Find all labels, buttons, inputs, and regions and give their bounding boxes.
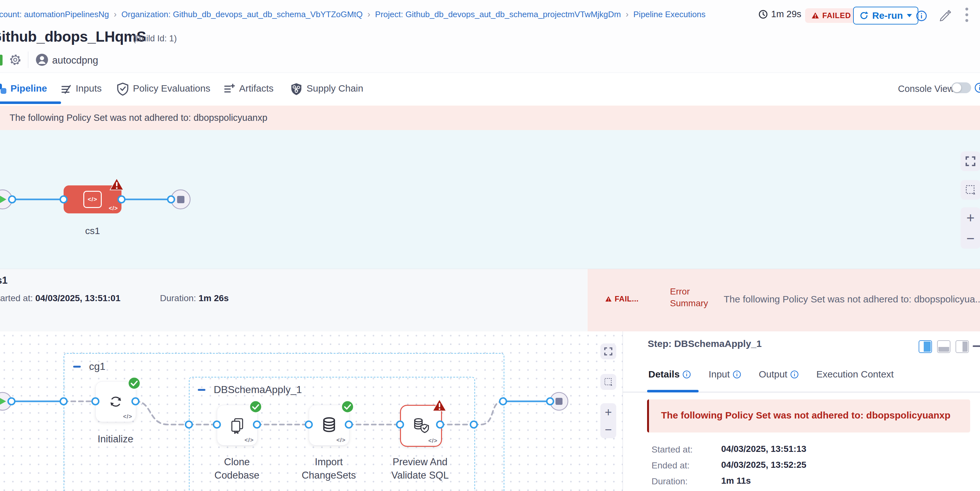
zoom-in-button[interactable]: + [966, 211, 975, 224]
panel-active-tab-underline [647, 390, 698, 392]
build-id: (Build Id: 1) [133, 34, 177, 44]
clock-icon [758, 10, 768, 19]
panel-tab-input[interactable]: Input [708, 369, 741, 380]
fullscreen-icon [965, 156, 976, 167]
panel-layout-float-button[interactable] [956, 340, 969, 353]
breadcrumb-account[interactable]: Account: automationPipelinesNg [0, 10, 109, 19]
rerun-label: Re-run [872, 10, 903, 21]
script-glyph: </> [245, 437, 254, 443]
breadcrumb-organization[interactable]: Organization: Github_db_devops_aut_db_sc… [121, 10, 363, 19]
script-glyph: </> [428, 438, 438, 444]
error-summary-label: Error Summary [670, 286, 708, 309]
status-badge: FAILED [805, 8, 857, 23]
elapsed-time-label: 1m 29s [771, 9, 801, 19]
step-panel-title: Step: DBSchemaApply_1 [648, 338, 762, 349]
stage-error-strip: FAIL... Error Summary The following Poli… [588, 269, 980, 332]
step-node-label: Initialize [84, 432, 147, 446]
fail-badge: FAIL... [605, 294, 639, 303]
tab-supply-chain[interactable]: Supply Chain [307, 83, 363, 94]
tabs-row: Pipeline Inputs Policy Evaluations Artif… [0, 73, 980, 106]
custom-stage-icon: </> [83, 191, 102, 208]
tab-artifacts[interactable]: Artifacts [239, 83, 274, 94]
duration-label: Duration: [160, 293, 196, 303]
zoom-controls: + − [600, 403, 616, 438]
panel-tab-execution-context[interactable]: Execution Context [816, 369, 894, 380]
policy-shield-check-icon [116, 83, 129, 96]
execution-info-icon[interactable] [916, 10, 927, 22]
panel-layout-bottom-button[interactable] [937, 340, 950, 353]
breadcrumb-project[interactable]: Project: Github_db_devops_aut_db_schema_… [375, 10, 621, 19]
step-node-import-changesets[interactable]: </> [309, 405, 350, 445]
rerun-button[interactable]: Re-run [853, 7, 918, 24]
pipeline-execution-page: Account: automationPipelinesNg › Organiz… [0, 0, 980, 491]
layout-right-fill [924, 342, 931, 352]
step-node-label: Preview And Validate SQL [383, 455, 457, 482]
step-node-label: Clone Codebase [207, 455, 267, 482]
tab-policy-evaluations[interactable]: Policy Evaluations [133, 83, 210, 94]
pipeline-tab-icon [0, 83, 8, 95]
layout-float-fill [963, 342, 967, 352]
stage-failed-badge-icon [110, 178, 124, 191]
rerun-refresh-icon [859, 11, 869, 20]
detail-row-duration: Duration: 1m 11s [652, 477, 963, 486]
step-graph-canvas: cg1 DBSchemaApply_1 </> Initialize </> C… [0, 331, 623, 491]
fullscreen-button[interactable] [600, 343, 616, 359]
marquee-select-icon [604, 377, 613, 386]
triggered-by-user: autocdpng [52, 55, 98, 66]
stage-graph-canvas: </> </> cs1 + − [0, 130, 980, 269]
zoom-controls: + − [961, 207, 980, 249]
script-glyph: </> [109, 205, 118, 212]
info-icon [733, 370, 741, 379]
zoom-in-button[interactable]: + [605, 407, 612, 418]
top-header: Account: automationPipelinesNg › Organiz… [0, 0, 980, 73]
policy-banner: The following Policy Set was not adhered… [0, 106, 980, 130]
success-badge-icon [341, 400, 354, 413]
console-view-info-icon[interactable] [974, 83, 980, 93]
breadcrumb-separator: › [368, 10, 371, 19]
stage-node-label: cs1 [67, 224, 118, 238]
step-error-text: The following Policy Set was not adhered… [649, 399, 970, 421]
step-details-panel: Step: DBSchemaApply_1 Details Input Outp… [623, 331, 980, 491]
marquee-select-button[interactable] [600, 374, 616, 390]
collapse-dbschemaapply-button[interactable] [198, 389, 205, 391]
tab-inputs[interactable]: Inputs [76, 83, 102, 94]
panel-layout-right-button[interactable] [919, 340, 932, 353]
page-title: Github_dbops_LHqmS [0, 28, 146, 45]
breadcrumb-separator: › [114, 10, 117, 19]
console-view-toggle[interactable] [951, 83, 971, 93]
step-node-initialize[interactable]: </> [95, 381, 136, 422]
detail-row-ended: Ended at: 04/03/2025, 13:52:25 [652, 461, 963, 470]
fail-badge-label: FAIL... [615, 294, 639, 303]
sync-icon [108, 393, 124, 410]
zoom-out-button[interactable]: − [605, 424, 612, 435]
database-icon [320, 416, 338, 434]
info-icon [682, 370, 691, 379]
edit-pipeline-icon[interactable] [938, 8, 951, 22]
panel-tab-output[interactable]: Output [759, 369, 799, 380]
toggle-knob [952, 83, 961, 92]
more-options-kebab-icon[interactable] [966, 8, 968, 22]
collapse-cg1-button[interactable] [73, 366, 81, 368]
fullscreen-button[interactable] [961, 151, 980, 171]
database-validate-icon [412, 417, 430, 435]
stage-duration: Duration: 1m 26s [160, 293, 229, 303]
step-node-preview-validate-sql[interactable]: </> [400, 405, 442, 447]
success-badge-icon [127, 377, 141, 390]
marquee-select-button[interactable] [961, 180, 980, 200]
breadcrumb-pipeline-executions[interactable]: Pipeline Executions [633, 10, 706, 19]
gear-icon[interactable] [9, 53, 22, 66]
warning-triangle-icon [811, 12, 819, 19]
breadcrumb: Account: automationPipelinesNg › Organiz… [0, 10, 706, 19]
inputs-icon [61, 84, 72, 95]
tab-pipeline[interactable]: Pipeline [11, 83, 47, 94]
step-node-clone-codebase[interactable]: </> [217, 405, 258, 445]
panel-tab-details[interactable]: Details [648, 369, 691, 380]
breadcrumb-separator: › [626, 10, 628, 19]
zoom-out-button[interactable]: − [966, 232, 975, 245]
step-error-box: The following Policy Set was not adhered… [647, 399, 970, 432]
panel-minimize-button[interactable] [973, 345, 980, 347]
dbschemaapply-label: DBSchemaApply_1 [214, 384, 302, 396]
stage-started-at: Started at: 04/03/2025, 13:51:01 [0, 293, 121, 303]
status-badge-label: FAILED [822, 11, 851, 20]
tag-strip [0, 55, 3, 65]
